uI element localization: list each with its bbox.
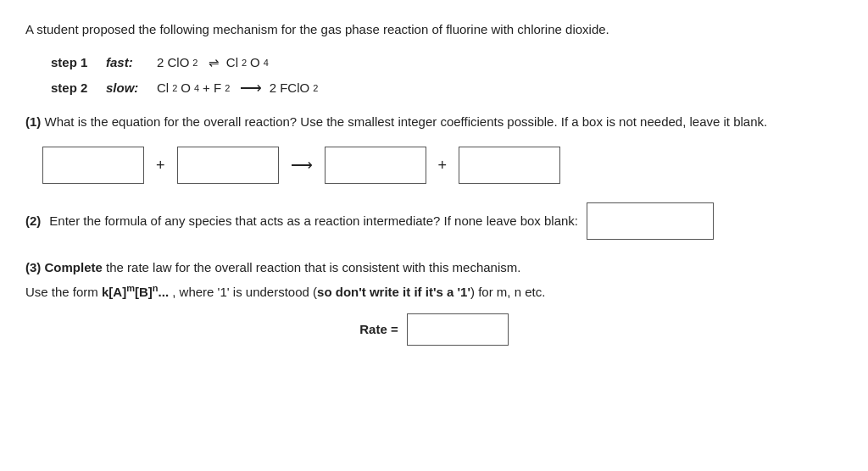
step-1-equation: 2 ClO2 ⇌ Cl2O4 [157, 55, 269, 70]
q1-arrow: ⟶ [291, 154, 313, 177]
q2-input-box[interactable] [587, 202, 714, 240]
rate-row: Rate = [25, 313, 843, 346]
step-2-label: step 2 [51, 80, 97, 95]
step-2-row: step 2 slow: Cl2O4 + F2 ⟶ 2 FClO2 [51, 79, 843, 97]
question-2-block: (2) Enter the formula of any species tha… [25, 202, 843, 240]
question-1-block: (1) What is the equation for the overall… [25, 113, 843, 185]
rate-input-box[interactable] [407, 313, 509, 346]
q1-number: (1) [25, 114, 41, 129]
q1-input-box-1[interactable] [42, 147, 144, 184]
step-2-equation: Cl2O4 + F2 ⟶ 2 FClO2 [157, 79, 318, 97]
q3-title-line: (3) Complete the rate law for the overal… [25, 258, 843, 278]
steps-section: step 1 fast: 2 ClO2 ⇌ Cl2O4 step 2 slow:… [51, 55, 843, 97]
q1-plus-1: + [156, 154, 165, 177]
q2-number: (2) [25, 212, 41, 231]
intro-text: A student proposed the following mechani… [25, 20, 843, 40]
q3-bold-complete: Complete [45, 260, 103, 274]
equation-input-row: + ⟶ + [42, 147, 843, 184]
step-1-speed: fast: [106, 55, 148, 69]
q3-number: (3) [25, 260, 41, 274]
q1-input-box-2[interactable] [177, 147, 279, 184]
question-3-block: (3) Complete the rate law for the overal… [25, 258, 843, 346]
q3-text-after: the rate law for the overall reaction th… [106, 260, 520, 274]
q3-line2: Use the form k[A]m[B]n... , where '1' is… [25, 281, 843, 302]
step-2-speed: slow: [106, 80, 148, 95]
question-2-row: (2) Enter the formula of any species tha… [25, 202, 843, 240]
long-arrow-2: ⟶ [240, 79, 262, 97]
equilibrium-arrow-1: ⇌ [209, 55, 220, 70]
q2-text: Enter the formula of any species that ac… [49, 212, 578, 231]
q1-text: What is the equation for the overall rea… [45, 114, 768, 129]
question-1-title: (1) What is the equation for the overall… [25, 113, 843, 132]
step-1-label: step 1 [51, 55, 97, 69]
q1-input-box-3[interactable] [325, 147, 426, 184]
q1-plus-2: + [438, 154, 448, 177]
step-1-row: step 1 fast: 2 ClO2 ⇌ Cl2O4 [51, 55, 843, 70]
q1-input-box-4[interactable] [459, 147, 560, 184]
rate-label: Rate = [359, 320, 398, 340]
